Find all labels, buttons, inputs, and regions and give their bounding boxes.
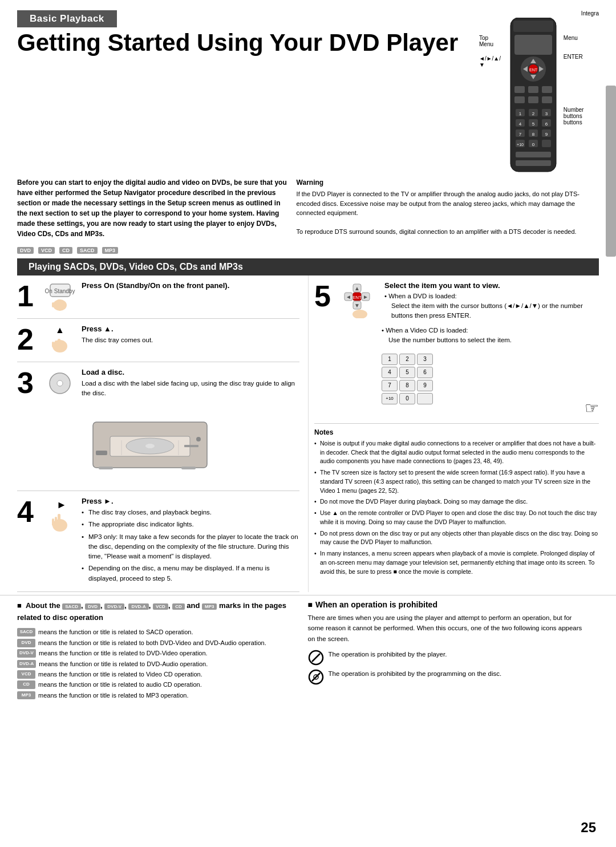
svg-text:8: 8 <box>532 132 535 137</box>
key-4: 4 <box>382 367 398 378</box>
disc-badge-sacd: SACD <box>77 247 98 254</box>
nav-hand-svg: ▲ ◄ ENT ► ▼ <box>342 281 379 318</box>
notes-wrapper: Notes Noise is output if you make digita… <box>314 424 599 577</box>
key-1: 1 <box>382 354 398 365</box>
svg-text:▲: ▲ <box>354 285 360 291</box>
step-3-desc: Load a disc with the label side facing u… <box>82 379 299 399</box>
note-1: Noise is output if you make digital audi… <box>314 439 599 466</box>
section-header: Playing SACDs, DVDs, Video CDs, CDs and … <box>17 258 599 275</box>
svg-rect-12 <box>528 86 538 93</box>
remote-with-labels: Top Menu ◄/►/▲/▼ <box>479 18 599 177</box>
step-2-desc: The disc tray comes out. <box>82 335 299 345</box>
content-area: 1 On Standby Press On (Standby/On on the <box>0 275 616 592</box>
svg-rect-45 <box>58 299 60 307</box>
step-4-bullet-1: The disc tray closes, and playback begin… <box>82 508 299 517</box>
note-3: Do not move the DVD Player during playba… <box>314 497 599 506</box>
step-5-top-row: ▲ ◄ ENT ► ▼ <box>342 281 599 321</box>
svg-text:ENT: ENT <box>352 295 362 300</box>
svg-text:4: 4 <box>519 121 522 127</box>
number-buttons-label: Number buttons buttons <box>564 107 599 125</box>
step-3-top: 3 Load a disc. Load a disc with the labe… <box>17 368 299 399</box>
remote-left-labels: Top Menu ◄/►/▲/▼ <box>479 18 503 68</box>
mark-dvd-v: DVD-V means the function or title is rel… <box>17 649 297 658</box>
eject-hand-icon: ▲ <box>44 325 76 356</box>
svg-rect-49 <box>58 339 60 348</box>
note-5: Do not press down on the disc tray or pu… <box>314 529 599 548</box>
mark-mp3: MP3 means the function or title is relat… <box>17 691 297 700</box>
prohibited-program-text: The operation is prohibited by the progr… <box>329 669 502 679</box>
svg-rect-1 <box>513 21 553 32</box>
svg-text:◄: ◄ <box>346 294 351 300</box>
step-3: 3 Load a disc. Load a disc with the labe… <box>17 362 299 491</box>
svg-rect-16 <box>542 96 552 103</box>
keypad-area: 1 2 3 4 5 6 7 8 9 +10 0 <box>382 354 599 418</box>
prohibited-icon-row-1: The operation is prohibited by the playe… <box>308 650 587 666</box>
warning-section: Warning If the DVD Player is connected t… <box>297 177 599 239</box>
menu-label: Menu <box>564 35 578 41</box>
step-1-content: Press On (Standby/On on the front panel)… <box>82 281 299 292</box>
svg-point-54 <box>57 380 63 386</box>
note-6: In many instances, a menu screen appears… <box>314 549 599 576</box>
svg-rect-68 <box>55 517 57 526</box>
keypad-grid: 1 2 3 4 5 6 7 8 9 +10 0 <box>382 354 433 404</box>
step-3-number: 3 <box>17 368 39 398</box>
prohibited-player-text: The operation is prohibited by the playe… <box>329 650 447 659</box>
step-5-dvd-section: • When a DVD is loaded: Select the item … <box>384 293 599 321</box>
mark-vcd: VCD means the function or title is relat… <box>17 670 297 679</box>
step-5-title: Select the item you want to view. <box>384 281 599 290</box>
about-marks-section: ■ About the SACD, DVD, DVD-V, DVD-A, VCD… <box>17 600 297 702</box>
step-5-dvd-text: Select the item with the cursor buttons … <box>384 301 599 321</box>
about-marks-title: ■ About the SACD, DVD, DVD-V, DVD-A, VCD… <box>17 600 297 624</box>
svg-rect-69 <box>52 518 54 526</box>
svg-rect-39 <box>542 140 551 147</box>
svg-text:►: ► <box>56 499 67 510</box>
page-number: 25 <box>581 820 596 836</box>
step-1: 1 On Standby Press On (Standby/On on the <box>17 275 299 319</box>
scrollbar[interactable] <box>606 86 616 257</box>
prohibited-icon-row-2: The operation is prohibited by the progr… <box>308 669 587 685</box>
svg-text:▼: ▼ <box>354 302 360 309</box>
key-2: 2 <box>399 354 415 365</box>
step-1-title: Press On (Standby/On on the front panel)… <box>82 281 299 290</box>
dvd-player-illustration <box>17 405 299 485</box>
svg-rect-46 <box>55 301 57 307</box>
step-4-icon: ► <box>44 497 76 534</box>
step-4-title: Press ►. <box>82 497 299 505</box>
svg-text:9: 9 <box>545 132 548 137</box>
when-prohibited-section: When an operation is prohibited There ar… <box>308 600 587 702</box>
remote-control-area: Integra Top Menu ◄/►/▲/▼ <box>479 10 599 177</box>
top-layout: Basic Playback Getting Started Using You… <box>0 0 616 177</box>
nav-label: ◄/►/▲/▼ <box>479 55 503 68</box>
step-5-vcd-text: Use the number buttons to select the ite… <box>382 335 599 345</box>
note-2: The TV screen size is factory set to pre… <box>314 468 599 495</box>
remote-brand: Integra <box>479 10 599 17</box>
key-9: 9 <box>417 380 433 391</box>
key-7: 7 <box>382 380 398 391</box>
step-5-vcd-label: • When a Video CD is loaded: <box>382 327 599 334</box>
key-3: 3 <box>417 354 433 365</box>
page-title: Getting Started Using Your DVD Player <box>17 30 479 56</box>
svg-rect-50 <box>55 341 57 347</box>
disc-badge-cd: CD <box>59 247 72 254</box>
svg-rect-63 <box>184 445 198 447</box>
step-4-bullet-3: MP3 only: It may take a few seconds for … <box>82 532 299 562</box>
step-2-number: 2 <box>17 325 39 354</box>
svg-text:ENT: ENT <box>529 68 538 72</box>
top-menu-label: Top Menu <box>479 35 503 47</box>
mark-cd: CD means the function or title is relate… <box>17 680 297 689</box>
svg-text:6: 6 <box>545 121 548 127</box>
disc-badge-vcd: VCD <box>38 247 55 254</box>
step-5-icon: ▲ ◄ ENT ► ▼ <box>342 281 379 321</box>
intro-bold-text: Before you can start to enjoy the digita… <box>17 177 297 239</box>
svg-rect-14 <box>514 96 525 103</box>
step-4-bullets: The disc tray closes, and playback begin… <box>82 508 299 583</box>
svg-text:►: ► <box>363 294 368 300</box>
notes-list: Noise is output if you make digital audi… <box>314 439 599 577</box>
step-5-vcd-section: • When a Video CD is loaded: Use the num… <box>382 327 599 345</box>
svg-text:▲: ▲ <box>55 325 64 335</box>
svg-line-86 <box>312 673 320 681</box>
svg-point-62 <box>196 437 201 441</box>
svg-line-84 <box>312 654 320 662</box>
step-5: 5 ▲ ◄ ENT <box>314 275 599 424</box>
svg-text:1: 1 <box>519 111 522 116</box>
